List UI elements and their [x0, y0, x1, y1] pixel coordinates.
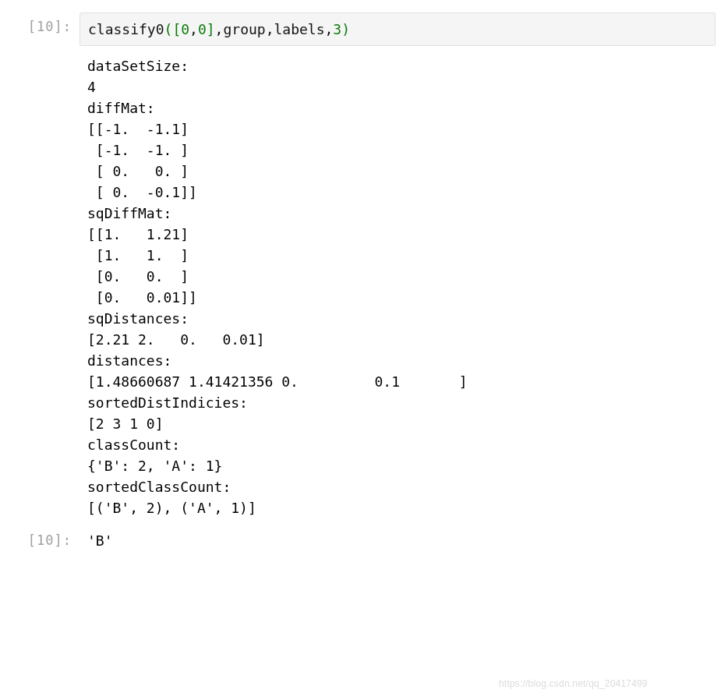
stdout-prompt-spacer	[12, 49, 80, 55]
code-token-num2: 0	[198, 21, 207, 37]
code-token-comma3: ,	[266, 21, 274, 37]
code-token-arg2: group	[223, 21, 265, 37]
code-token-fn: classify0	[88, 21, 164, 37]
stdout-output[interactable]: dataSetSize: 4 diffMat: [[-1. -1.1] [-1.…	[80, 49, 716, 523]
input-cell: [10]: classify0([0,0],group,labels,3)	[12, 12, 716, 46]
code-token-arg4: 3	[333, 21, 341, 37]
code-input[interactable]: classify0([0,0],group,labels,3)	[80, 12, 716, 46]
code-token-close-paren: )	[341, 21, 350, 37]
input-prompt: [10]:	[12, 12, 80, 34]
result-output[interactable]: 'B'	[80, 526, 716, 555]
result-prompt: [10]:	[12, 526, 80, 548]
code-token-arg3: labels	[274, 21, 324, 37]
code-token-close-bracket: ]	[207, 21, 215, 37]
stdout-cell: dataSetSize: 4 diffMat: [[-1. -1.1] [-1.…	[12, 49, 716, 523]
code-token-num1: 0	[181, 21, 189, 37]
code-token-open-paren: (	[164, 21, 173, 37]
code-token-comma4: ,	[325, 21, 334, 37]
code-token-comma2: ,	[215, 21, 224, 37]
code-token-comma1: ,	[189, 21, 198, 37]
code-token-open-bracket: [	[172, 21, 181, 37]
result-cell: [10]: 'B'	[12, 526, 716, 555]
